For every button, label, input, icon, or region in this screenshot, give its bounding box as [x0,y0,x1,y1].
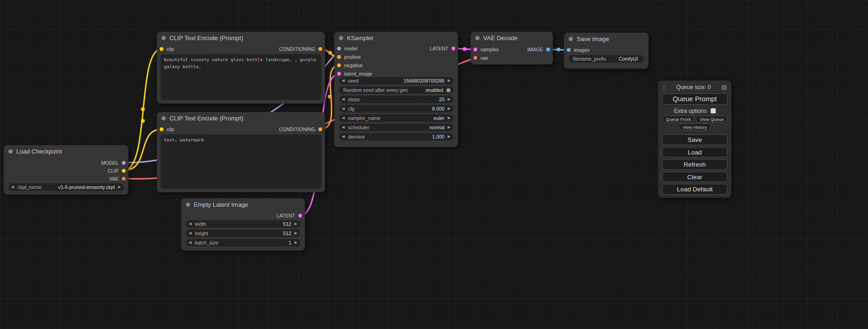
input-socket-model[interactable] [337,47,341,50]
input-slots: samples vae [471,45,499,62]
input-socket-latent-image[interactable] [337,72,341,76]
node-clip-text-encode-negative[interactable]: CLIP Text Encode (Prompt) clip CONDITION… [157,112,325,192]
view-history-button[interactable]: View History [679,124,711,130]
decrement-arrow-icon[interactable]: ◀ [189,231,191,235]
decrement-arrow-icon[interactable]: ◀ [342,135,345,139]
decrement-arrow-icon[interactable]: ◀ [189,222,191,226]
node-title: Empty Latent Image [194,201,248,208]
input-socket-vae[interactable] [473,56,477,60]
increment-arrow-icon[interactable]: ▶ [118,185,121,189]
increment-arrow-icon[interactable]: ▶ [448,116,451,120]
input-socket-samples[interactable] [473,48,477,51]
output-slots: IMAGE [527,45,553,54]
widget-value: 1 [289,240,291,245]
increment-arrow-icon[interactable]: ▶ [295,231,297,235]
decrement-arrow-icon[interactable]: ◀ [189,241,191,245]
toggle-dot-icon[interactable] [446,88,451,92]
node-header[interactable]: VAE Decode [471,32,553,44]
refresh-button[interactable]: Refresh [662,159,727,170]
view-queue-button[interactable]: View Queue [696,116,727,122]
output-socket-latent[interactable] [298,214,302,217]
input-slot-negative: negative [334,61,372,70]
input-socket-clip[interactable] [160,127,163,131]
widget-random-seed-toggle[interactable]: Random seed after every gen enabled [339,86,453,94]
node-header[interactable]: Empty Latent Image [181,198,305,210]
queue-size-label: Queue size: 0 [676,84,711,91]
collapse-dot-icon[interactable] [162,116,166,120]
queue-front-button[interactable]: Queue Front [662,116,694,122]
settings-gear-icon[interactable]: ⚙ [721,84,727,91]
extra-options-checkbox[interactable] [711,108,716,113]
slot-label: IMAGE [527,47,543,52]
node-canvas[interactable]: Load Checkpoint MODEL CLIP VAE ◀ ckpt_na… [0,0,868,329]
collapse-dot-icon[interactable] [569,37,573,41]
clear-button[interactable]: Clear [662,172,727,182]
output-socket-latent[interactable] [452,47,455,50]
decrement-arrow-icon[interactable]: ◀ [342,107,345,111]
widget-seed[interactable]: ◀ seed 156680208700286 ▶ [339,77,453,84]
widget-batch-size[interactable]: ◀ batch_size 1 ▶ [186,239,300,246]
decrement-arrow-icon[interactable]: ◀ [342,126,345,129]
increment-arrow-icon[interactable]: ▶ [448,135,451,139]
output-socket-vae[interactable] [122,177,126,181]
node-ksampler[interactable]: KSampler model positive negative latent_… [334,32,458,147]
comfy-menu-panel[interactable]: ⣿ Queue size: 0 ⚙ Queue Prompt Extra opt… [658,80,732,198]
increment-arrow-icon[interactable]: ▶ [448,107,451,111]
input-socket-images[interactable] [567,48,571,52]
widget-label: ckpt_name [17,184,41,190]
node-save-image[interactable]: Save Image images filename_prefix ComfyU… [564,33,649,69]
widget-width[interactable]: ◀ width 512 ▶ [186,220,300,228]
load-default-button[interactable]: Load Default [662,184,727,195]
decrement-arrow-icon[interactable]: ◀ [342,116,345,120]
output-socket-model[interactable] [122,161,126,165]
slot-label: negative [344,63,363,68]
decrement-arrow-icon[interactable]: ◀ [342,79,345,83]
increment-arrow-icon[interactable]: ▶ [448,126,451,129]
increment-arrow-icon[interactable]: ▶ [448,79,451,83]
collapse-dot-icon[interactable] [186,203,190,207]
save-button[interactable]: Save [662,134,727,145]
slot-label: samples [480,47,499,52]
load-button[interactable]: Load [662,147,727,158]
node-load-checkpoint[interactable]: Load Checkpoint MODEL CLIP VAE ◀ ckpt_na… [4,145,128,195]
prompt-textarea[interactable]: beautiful scenery nature glass bottle la… [161,54,321,100]
node-header[interactable]: Load Checkpoint [4,145,128,157]
wire-midpoint-dot [328,51,332,55]
collapse-dot-icon[interactable] [339,36,343,40]
decrement-arrow-icon[interactable]: ◀ [342,98,345,101]
input-socket-clip[interactable] [160,47,163,51]
collapse-dot-icon[interactable] [8,149,13,154]
widget-sampler-name[interactable]: ◀ sampler_name euler ▶ [339,114,453,122]
widget-value: enabled [426,87,443,93]
collapse-dot-icon[interactable] [162,36,166,40]
decrement-arrow-icon[interactable]: ◀ [11,185,14,189]
output-socket-conditioning[interactable] [318,127,322,131]
output-socket-conditioning[interactable] [318,47,322,51]
increment-arrow-icon[interactable]: ▶ [448,98,451,101]
queue-prompt-button[interactable]: Queue Prompt [662,93,727,105]
collapse-dot-icon[interactable] [475,36,480,40]
node-header[interactable]: CLIP Text Encode (Prompt) [157,32,325,44]
node-empty-latent-image[interactable]: Empty Latent Image LATENT ◀ width 512 ▶ … [181,198,305,251]
increment-arrow-icon[interactable]: ▶ [295,222,297,226]
widget-cfg[interactable]: ◀ cfg 8.000 ▶ [339,105,453,112]
output-socket-image[interactable] [546,48,550,51]
widget-filename-prefix[interactable]: filename_prefix ComfyUI [569,55,644,63]
node-vae-decode[interactable]: VAE Decode samples vae IMAGE [471,32,553,64]
node-title: CLIP Text Encode (Prompt) [169,35,243,42]
node-clip-text-encode-positive[interactable]: CLIP Text Encode (Prompt) clip CONDITION… [157,32,325,104]
output-socket-clip[interactable] [122,169,126,173]
widget-scheduler[interactable]: ◀ scheduler normal ▶ [339,124,453,131]
input-socket-negative[interactable] [337,63,341,67]
drag-handle-icon[interactable]: ⣿ [662,84,666,91]
prompt-textarea[interactable]: text, watermark [161,134,321,189]
node-header[interactable]: Save Image [564,33,649,45]
increment-arrow-icon[interactable]: ▶ [295,241,297,245]
input-socket-positive[interactable] [337,55,341,59]
widget-height[interactable]: ◀ height 512 ▶ [186,230,300,237]
node-header[interactable]: CLIP Text Encode (Prompt) [157,112,325,124]
node-header[interactable]: KSampler [334,32,458,44]
widget-steps[interactable]: ◀ steps 20 ▶ [339,96,453,103]
widget-ckpt-name[interactable]: ◀ ckpt_name v1-5-pruned-emaonly.ckpt ▶ [8,183,124,191]
widget-denoise[interactable]: ◀ denoise 1.000 ▶ [339,133,453,140]
